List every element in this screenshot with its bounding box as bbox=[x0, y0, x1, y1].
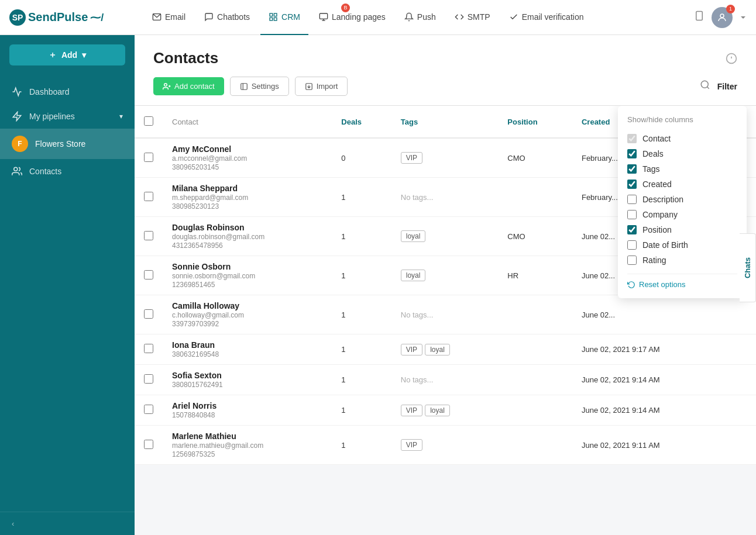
contact-email: marlene.mathieu@gmail.com bbox=[172, 441, 322, 450]
notification-badge: 1 bbox=[726, 5, 735, 13]
row-checkbox[interactable] bbox=[144, 231, 153, 240]
sidebar-item-store-label: Flowers Store bbox=[35, 139, 85, 149]
sidebar-collapse-button[interactable]: ‹ bbox=[0, 512, 135, 535]
reset-options-label: Reset options bbox=[639, 280, 686, 289]
nav-chatbots[interactable]: Chatbots bbox=[196, 0, 258, 35]
deals-cell: 1 bbox=[332, 334, 391, 365]
column-toggle-item: Company bbox=[627, 207, 737, 222]
column-toggle-checkbox[interactable] bbox=[627, 256, 637, 265]
info-icon[interactable] bbox=[726, 53, 737, 64]
nav-email-verify-label: Email verification bbox=[522, 12, 584, 22]
row-actions-cell bbox=[720, 365, 756, 395]
contact-info: Marlene Mathieu marlene.mathieu@gmail.co… bbox=[172, 432, 322, 458]
sidebar-item-dashboard[interactable]: Dashboard bbox=[0, 80, 135, 104]
column-toggle-checkbox[interactable] bbox=[627, 195, 637, 204]
reset-options-button[interactable]: Reset options bbox=[627, 280, 737, 289]
row-checkbox[interactable] bbox=[144, 153, 153, 162]
search-button[interactable] bbox=[700, 80, 710, 93]
sidebar-item-contacts[interactable]: Contacts bbox=[0, 159, 135, 184]
logo-icon: SP bbox=[9, 9, 26, 26]
row-checkbox[interactable] bbox=[144, 374, 153, 384]
row-checkbox[interactable] bbox=[144, 192, 153, 201]
column-toggle-checkbox[interactable] bbox=[627, 180, 637, 189]
nav-email-verify[interactable]: Email verification bbox=[501, 0, 592, 35]
settings-button[interactable]: Settings bbox=[230, 77, 289, 96]
contact-info: Amy McConnel a.mcconnel@gmail.com 380965… bbox=[172, 144, 322, 171]
nav-chatbots-label: Chatbots bbox=[217, 12, 250, 22]
tags-cell: VIP bbox=[391, 138, 499, 178]
tag-badge: VIP bbox=[401, 344, 422, 355]
contact-phone: 3808015762491 bbox=[172, 381, 322, 389]
column-toggle-label: Date of Birth bbox=[642, 240, 688, 250]
column-toggle-item: Deals bbox=[627, 146, 737, 161]
nav-crm[interactable]: CRM bbox=[260, 0, 308, 35]
row-checkbox[interactable] bbox=[144, 344, 153, 353]
column-toggle-label: Contact bbox=[642, 134, 671, 143]
filter-button[interactable]: Filter bbox=[717, 82, 737, 91]
sidebar-nav: Dashboard My pipelines ▾ F Flowers Store… bbox=[0, 80, 135, 184]
add-contact-label: Add contact bbox=[174, 82, 215, 91]
row-checkbox[interactable] bbox=[144, 405, 153, 414]
row-checkbox[interactable] bbox=[144, 440, 153, 449]
nav-email[interactable]: Email bbox=[144, 0, 194, 35]
nav-push[interactable]: Push bbox=[396, 0, 444, 35]
row-checkbox[interactable] bbox=[144, 270, 153, 279]
tags-cell: No tags... bbox=[391, 365, 499, 395]
column-toggle-label: Rating bbox=[642, 256, 666, 265]
column-toggle-checkbox[interactable] bbox=[627, 225, 637, 234]
logo: SP SendPulse⁓/ bbox=[9, 9, 144, 26]
add-contact-button[interactable]: Add contact bbox=[153, 77, 224, 95]
reset-icon bbox=[627, 281, 635, 289]
contact-phone: 380985230123 bbox=[172, 202, 322, 210]
contact-info: Camilla Holloway c.holloway@gmail.com 33… bbox=[172, 301, 322, 328]
avatar-dropdown-icon[interactable] bbox=[740, 14, 747, 21]
svg-rect-7 bbox=[319, 13, 327, 19]
chats-tab[interactable]: Chats bbox=[740, 233, 756, 302]
no-tags-label: No tags... bbox=[401, 310, 434, 319]
settings-label: Settings bbox=[252, 82, 279, 91]
toolbar: Add contact Settings Import Filter bbox=[153, 77, 737, 105]
contact-name: Camilla Holloway bbox=[172, 301, 322, 310]
contact-email: sonnie.osborn@gmail.com bbox=[172, 272, 322, 280]
table-row: Sofia Sexton 3808015762491 1No tags...Ju… bbox=[135, 365, 756, 395]
nav-landing[interactable]: Landing pages B bbox=[311, 0, 394, 35]
position-cell bbox=[498, 295, 572, 334]
svg-line-28 bbox=[707, 87, 709, 88]
import-label: Import bbox=[317, 82, 338, 91]
sidebar-item-dashboard-label: Dashboard bbox=[29, 87, 70, 96]
column-toggle-checkbox[interactable] bbox=[627, 164, 637, 174]
top-nav: SP SendPulse⁓/ Email Chatbots CRM Landin… bbox=[0, 0, 756, 35]
contact-name: Douglas Robinson bbox=[172, 223, 322, 232]
chat-icon bbox=[204, 12, 214, 22]
nav-push-label: Push bbox=[417, 12, 436, 22]
chart-icon bbox=[12, 87, 22, 97]
sidebar-item-store[interactable]: F Flowers Store bbox=[0, 129, 135, 159]
settings-icon bbox=[240, 82, 248, 91]
import-button[interactable]: Import bbox=[295, 77, 348, 96]
column-toggle-checkbox[interactable] bbox=[627, 240, 637, 250]
add-icon bbox=[49, 51, 57, 59]
column-toggle-checkbox[interactable] bbox=[627, 149, 637, 158]
add-button[interactable]: Add ▾ bbox=[9, 44, 125, 65]
column-toggle-checkbox[interactable] bbox=[627, 210, 637, 219]
column-toggle-item: Contact bbox=[627, 131, 737, 146]
toolbar-right: Filter bbox=[700, 80, 737, 93]
contacts-table-container: Contact Deals Tags Position Created ⋮ Am… bbox=[135, 106, 756, 535]
nav-smtp[interactable]: SMTP bbox=[446, 0, 499, 35]
position-cell bbox=[498, 334, 572, 365]
mobile-icon[interactable] bbox=[694, 11, 705, 24]
contact-phone: 12369851465 bbox=[172, 281, 322, 289]
contact-name: Milana Sheppard bbox=[172, 184, 322, 193]
contact-info: Douglas Robinson douglas.robinson@gmail.… bbox=[172, 223, 322, 250]
nav-smtp-label: SMTP bbox=[468, 12, 490, 22]
sidebar-item-pipelines[interactable]: My pipelines ▾ bbox=[0, 104, 135, 129]
created-cell: June 02, 2021 9:14 AM bbox=[572, 395, 720, 426]
row-checkbox[interactable] bbox=[144, 309, 153, 319]
contact-phone: 12569875325 bbox=[172, 450, 322, 458]
svg-text:SP: SP bbox=[12, 13, 23, 22]
column-toggle-item: Position bbox=[627, 222, 737, 237]
select-all-checkbox[interactable] bbox=[144, 116, 153, 126]
column-toggle-checkbox[interactable] bbox=[627, 134, 637, 143]
table-row: Ariel Norris 15078840848 1VIPloyalJune 0… bbox=[135, 395, 756, 426]
svg-rect-10 bbox=[696, 12, 703, 20]
